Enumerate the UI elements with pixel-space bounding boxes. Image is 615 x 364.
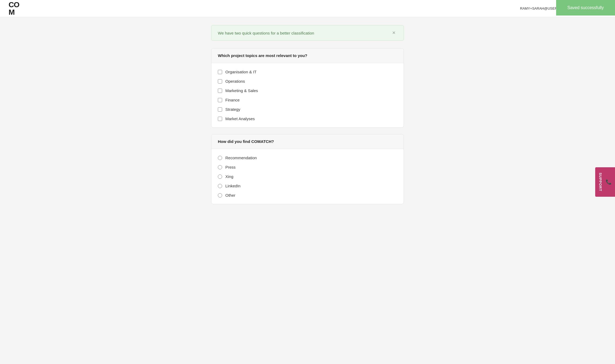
checkbox-group-topics: Organisation & IT Operations Marketing &… [218, 70, 397, 121]
checkbox-item-finance[interactable]: Finance [218, 98, 397, 102]
alert-text: We have two quick questions for a better… [218, 31, 314, 35]
checkbox-label-market-analyses: Market Analyses [225, 116, 255, 121]
radio-item-linkedin[interactable]: LinkedIn [218, 184, 397, 188]
radio-item-recommendation[interactable]: Recommendation [218, 156, 397, 160]
checkbox-item-market-analyses[interactable]: Market Analyses [218, 116, 397, 121]
checkbox-label-org-it: Organisation & IT [225, 70, 257, 74]
radio-label-xing: Xing [225, 174, 233, 179]
radio-label-press: Press [225, 165, 236, 169]
checkbox-item-org-it[interactable]: Organisation & IT [218, 70, 397, 74]
question-card-topics: Which project topics are most relevant t… [211, 48, 404, 128]
radio-label-recommendation: Recommendation [225, 156, 257, 160]
checkbox-operations[interactable] [218, 79, 222, 84]
checkbox-item-marketing-sales[interactable]: Marketing & Sales [218, 88, 397, 93]
radio-recommendation[interactable] [218, 156, 222, 160]
checkbox-label-finance: Finance [225, 98, 240, 102]
support-button[interactable]: 📞 SUPPORT [595, 167, 615, 197]
question-body-source: Recommendation Press Xing LinkedIn Other [211, 149, 404, 204]
radio-press[interactable] [218, 165, 222, 169]
saved-notification-text: Saved successfully [567, 5, 604, 10]
radio-other[interactable] [218, 193, 222, 198]
checkbox-label-operations: Operations [225, 79, 245, 84]
radio-item-xing[interactable]: Xing [218, 174, 397, 179]
radio-item-press[interactable]: Press [218, 165, 397, 169]
checkbox-marketing-sales[interactable] [218, 89, 222, 93]
checkbox-label-marketing-sales: Marketing & Sales [225, 88, 258, 93]
logo: CO M [9, 1, 19, 16]
question-body-topics: Organisation & IT Operations Marketing &… [211, 63, 404, 127]
alert-close-button[interactable]: ✕ [390, 30, 397, 36]
radio-linkedin[interactable] [218, 184, 222, 188]
checkbox-label-strategy: Strategy [225, 107, 240, 112]
phone-icon: 📞 [606, 179, 612, 185]
checkbox-item-operations[interactable]: Operations [218, 79, 397, 84]
checkbox-market-analyses[interactable] [218, 117, 222, 121]
radio-group-source: Recommendation Press Xing LinkedIn Other [218, 156, 397, 198]
saved-notification: Saved successfully [556, 0, 615, 16]
checkbox-strategy[interactable] [218, 107, 222, 112]
support-label: SUPPORT [598, 173, 602, 191]
question-header-topics: Which project topics are most relevant t… [211, 48, 404, 63]
question-title-topics: Which project topics are most relevant t… [218, 53, 307, 58]
logo-text: CO M [9, 1, 19, 16]
alert-banner: We have two quick questions for a better… [211, 25, 404, 41]
radio-label-linkedin: LinkedIn [225, 184, 241, 188]
checkbox-item-strategy[interactable]: Strategy [218, 107, 397, 112]
question-title-source: How did you find COMATCH? [218, 139, 274, 144]
checkbox-org-it[interactable] [218, 70, 222, 74]
radio-label-other: Other [225, 193, 236, 198]
radio-xing[interactable] [218, 175, 222, 179]
main-content: We have two quick questions for a better… [206, 17, 409, 227]
question-header-source: How did you find COMATCH? [211, 134, 404, 149]
checkbox-finance[interactable] [218, 98, 222, 102]
header: CO M RAMY+SARAH@USERFLOWPRO.COM ▾ [0, 0, 615, 17]
radio-item-other[interactable]: Other [218, 193, 397, 198]
question-card-source: How did you find COMATCH? Recommendation… [211, 134, 404, 204]
